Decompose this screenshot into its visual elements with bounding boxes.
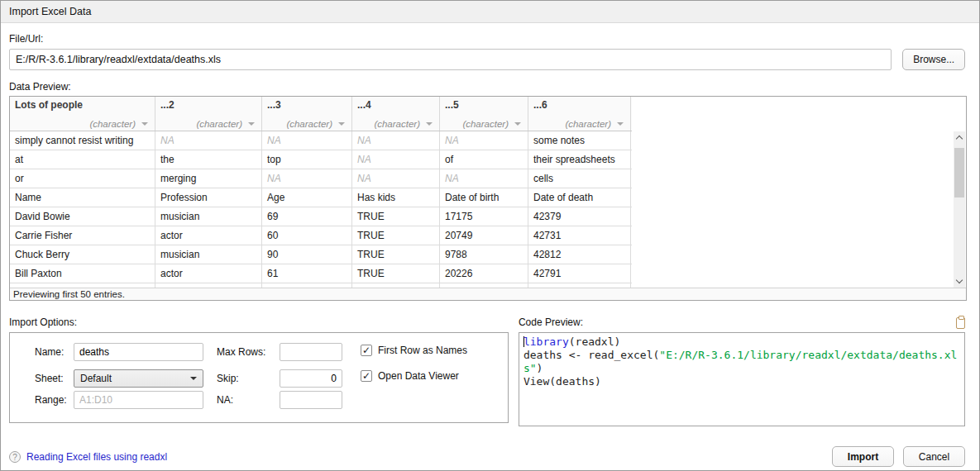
table-cell: Profession xyxy=(155,188,262,207)
table-cell: 42379 xyxy=(528,207,631,226)
table-cell: NA xyxy=(352,169,440,188)
help-link-text: Reading Excel files using readxl xyxy=(26,451,167,463)
table-header-cell: ...3(character) xyxy=(262,97,352,131)
table-cell: NA xyxy=(440,131,528,150)
dialog-titlebar: Import Excel Data xyxy=(1,1,979,23)
import-options-panel: Name: Sheet: Default Range: Max Rows: Sk… xyxy=(9,332,509,423)
import-options-label: Import Options: xyxy=(9,316,77,329)
open-data-viewer-checkbox[interactable]: ✓ xyxy=(361,370,372,382)
scroll-up-icon[interactable] xyxy=(956,136,963,142)
open-data-viewer-option[interactable]: ✓ Open Data Viewer xyxy=(361,370,459,382)
table-cell: 60 xyxy=(262,226,352,245)
column-type: (character) xyxy=(462,119,509,129)
table-cell: NA xyxy=(155,131,262,150)
column-type: (character) xyxy=(286,119,332,129)
copy-code-clipboard-icon[interactable] xyxy=(956,317,965,329)
table-cell: musician xyxy=(155,245,262,264)
column-menu-icon[interactable] xyxy=(338,122,345,126)
preview-vertical-scrollbar[interactable] xyxy=(954,131,965,288)
code-preview-editor[interactable]: library(readxl)deaths <- read_excel("E:/… xyxy=(519,332,965,426)
range-label: Range: xyxy=(35,391,67,409)
code-segment: (readxl) xyxy=(569,335,621,348)
column-menu-icon[interactable] xyxy=(426,122,433,126)
data-preview-panel: Lots of people(character)...2(character)… xyxy=(9,96,967,301)
table-cell: Chuck Berry xyxy=(10,245,155,264)
scrollbar-thumb[interactable] xyxy=(954,148,964,197)
table-row: ormergingNANANAcells xyxy=(10,169,632,188)
table-header-cell: ...5(character) xyxy=(440,97,528,131)
na-label: NA: xyxy=(217,391,233,409)
column-name: Lots of people xyxy=(15,99,150,111)
column-name: ...4 xyxy=(357,99,434,111)
table-cell: Age xyxy=(262,188,352,207)
skip-input[interactable] xyxy=(280,369,342,388)
browse-button[interactable]: Browse... xyxy=(902,49,965,70)
table-row: atthetopNAoftheir spreadsheets xyxy=(10,150,632,169)
table-cell: their spreadsheets xyxy=(528,150,631,169)
table-cell: TRUE xyxy=(352,264,440,283)
data-preview-label: Data Preview: xyxy=(9,81,965,93)
table-cell: 42812 xyxy=(528,245,631,264)
table-cell: 61 xyxy=(262,264,352,283)
preview-table: Lots of people(character)...2(character)… xyxy=(10,97,632,289)
table-cell: or xyxy=(10,169,155,188)
column-name: ...2 xyxy=(160,99,256,111)
table-row: David Bowiemusician69TRUE1717542379 xyxy=(10,207,632,226)
table-cell: NA xyxy=(262,131,352,150)
table-cell: merging xyxy=(155,169,262,188)
range-input[interactable] xyxy=(74,391,203,409)
cancel-button[interactable]: Cancel xyxy=(903,446,965,467)
max-rows-input[interactable] xyxy=(280,343,342,361)
table-cell: NA xyxy=(352,131,440,150)
code-segment: library xyxy=(523,335,569,348)
table-cell: some notes xyxy=(528,131,631,150)
column-name: ...6 xyxy=(533,99,625,111)
code-line: View(deaths) xyxy=(523,375,960,388)
table-cell: 69 xyxy=(262,207,352,226)
table-cell: TRUE xyxy=(352,245,440,264)
column-type: (character) xyxy=(89,119,136,129)
table-cell: Bill Paxton xyxy=(10,264,155,283)
na-input[interactable] xyxy=(280,391,342,409)
help-link[interactable]: ? Reading Excel files using readxl xyxy=(9,451,167,463)
column-name: ...5 xyxy=(445,99,523,111)
file-url-input[interactable] xyxy=(9,49,892,70)
table-cell: of xyxy=(440,150,528,169)
preview-table-header: Lots of people(character)...2(character)… xyxy=(10,97,632,131)
table-cell: actor xyxy=(155,264,262,283)
table-cell: cells xyxy=(528,169,631,188)
column-menu-icon[interactable] xyxy=(617,122,624,126)
table-cell: Name xyxy=(10,188,155,207)
code-line: library(readxl) xyxy=(523,335,960,349)
table-cell: 20749 xyxy=(440,226,528,245)
code-segment: View(deaths) xyxy=(523,375,601,388)
column-menu-icon[interactable] xyxy=(248,122,255,126)
sheet-select[interactable]: Default xyxy=(74,369,203,388)
table-cell: 90 xyxy=(262,245,352,264)
dialog-title: Import Excel Data xyxy=(9,6,91,17)
first-row-as-names-checkbox[interactable]: ✓ xyxy=(361,345,372,356)
name-input[interactable] xyxy=(74,343,203,361)
table-cell: NA xyxy=(262,169,352,188)
table-cell: NA xyxy=(352,150,440,169)
first-row-as-names-label: First Row as Names xyxy=(378,345,467,356)
table-cell: Date of death xyxy=(528,188,631,207)
column-name: ...3 xyxy=(267,99,347,111)
table-cell: musician xyxy=(155,207,262,226)
table-cell: the xyxy=(155,150,262,169)
first-row-as-names-option[interactable]: ✓ First Row as Names xyxy=(361,345,467,356)
table-cell: 42731 xyxy=(528,226,631,245)
table-row: NameProfessionAgeHas kidsDate of birthDa… xyxy=(10,188,632,207)
table-cell: 20226 xyxy=(440,264,528,283)
import-button[interactable]: Import xyxy=(832,446,894,467)
table-cell: actor xyxy=(155,226,262,245)
table-row: Bill Paxtonactor61TRUE2022642791 xyxy=(10,264,632,283)
sheet-label: Sheet: xyxy=(35,369,64,388)
column-menu-icon[interactable] xyxy=(141,122,148,126)
table-header-cell: ...4(character) xyxy=(352,97,440,131)
table-cell: 42791 xyxy=(528,264,631,283)
file-url-row: Browse... xyxy=(9,49,965,70)
column-type: (character) xyxy=(196,119,242,129)
scroll-down-icon[interactable] xyxy=(956,277,963,283)
column-menu-icon[interactable] xyxy=(514,122,521,126)
